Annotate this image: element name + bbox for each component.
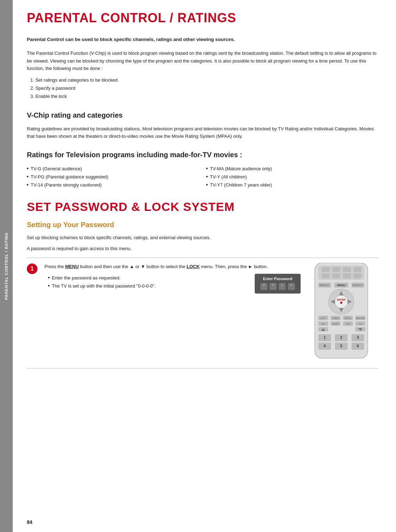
svg-text:RATIO: RATIO [345,317,351,319]
step-1-text: Press the MENU button and then use the ▲… [45,263,301,270]
side-tab: PARENTAL CONTROL / RATING [0,0,13,532]
rating-item-tvg: TV-G (General audience) [27,165,199,173]
divider-top [27,258,378,258]
set-password-body1: Set up blocking schemes to block specifi… [27,234,378,241]
svg-text:4: 4 [324,344,326,348]
intro-step-1: 1. Set ratings and categories to be bloc… [30,76,378,84]
pw-dot-3: * [279,283,286,290]
svg-text:6: 6 [357,344,359,348]
divider-bottom [27,368,378,368]
svg-text:5: 5 [340,344,342,348]
menu-keyword: MENU [65,264,79,269]
rating-item-tvy7: TV-Y7 (Children 7 years older) [206,181,379,189]
svg-text:MENU: MENU [337,284,345,287]
svg-text:TIMER: TIMER [332,317,339,319]
svg-rect-7 [332,273,340,278]
intro-steps: 1. Set ratings and categories to be bloc… [27,76,378,101]
step-1-circle: 1 [27,264,37,274]
password-widget: Enter Password * * * * [255,274,301,294]
svg-text:ENTER: ENTER [337,298,345,301]
set-password-body2: A password is required to gain access to… [27,245,378,252]
svg-point-23 [340,302,342,304]
svg-text:VOL: VOL [321,323,326,325]
step-1-content: Press the MENU button and then use the ▲… [45,263,301,294]
sub-bullets-col: Enter the password as requested. The TV … [45,274,249,290]
remote-illustration: BRIGHT- MENU BRIGHT+ ENTER [308,263,378,363]
page-title: PARENTAL CONTROL / RATINGS [27,11,378,25]
side-tab-label: PARENTAL CONTROL / RATING [4,232,8,300]
rating-item-tvma: TV-MA (Mature audience only) [206,165,379,173]
svg-rect-2 [322,267,330,272]
vchip-heading: V-Chip rating and categories [27,111,378,119]
svg-text:3: 3 [357,336,359,339]
svg-rect-8 [343,273,351,278]
svg-text:FAV: FAV [346,323,350,325]
intro-body: The Parental Control Function (V-Chip) i… [27,49,378,72]
svg-text:1: 1 [324,336,326,339]
main-content: PARENTAL CONTROL / RATINGS Parental Cont… [13,0,396,532]
svg-text:EXIT: EXIT [321,317,326,319]
pw-dot-2: * [270,283,277,290]
intro-step-2: 2. Specify a password [30,84,378,92]
svg-rect-3 [332,267,340,272]
ratings-right: TV-MA (Mature audience only) TV-Y (All c… [206,165,379,189]
pw-dot-1: * [260,283,267,290]
vchip-body: Rating guidelines are provided by broadc… [27,125,378,140]
rating-item-tv14: TV-14 (Parents strongly cautioned) [27,181,199,189]
pw-dot-4: * [288,283,295,290]
svg-rect-9 [354,273,361,278]
page-number: 84 [27,519,32,525]
password-widget-title: Enter Password [260,277,296,281]
rating-item-tvy: TV-Y (All children) [206,173,379,181]
svg-rect-6 [322,273,330,278]
ratings-grid: TV-G (General audience) TV-PG (Parental … [27,165,378,189]
svg-rect-5 [354,267,361,272]
sub-bullet-2: The TV is set up with the initial passwo… [48,282,249,290]
rating-item-tvpg: TV-PG (Parental guidance suggested) [27,173,199,181]
svg-text:BRIGHT+: BRIGHT+ [353,284,364,286]
svg-rect-4 [343,267,351,272]
ratings-left: TV-G (General audience) TV-PG (Parental … [27,165,199,189]
set-password-title: SET PASSWORD & LOCK SYSTEM [27,200,378,214]
svg-text:MUTE: MUTE [333,323,339,325]
svg-text:CH: CH [359,323,362,325]
svg-text:SIMPLINK: SIMPLINK [356,317,365,319]
step-1-sub-row: Enter the password as requested. The TV … [45,274,301,294]
ratings-heading: Ratings for Television programs includin… [27,151,378,159]
setting-up-heading: Setting up Your Password [27,221,378,229]
intro-bold: Parental Control can be used to block sp… [27,36,378,43]
password-dots: * * * * [260,283,296,290]
page-wrapper: PARENTAL CONTROL / RATING PARENTAL CONTR… [0,0,396,532]
intro-step-3: 3. Enable the lock [30,92,378,100]
step-1-section: 1 Press the MENU button and then use the… [27,263,378,363]
svg-text:2: 2 [340,336,342,339]
sub-bullet-1: Enter the password as requested. [48,274,249,282]
lock-keyword: LOCK [187,264,200,269]
svg-text:BRIGHT-: BRIGHT- [320,284,330,286]
